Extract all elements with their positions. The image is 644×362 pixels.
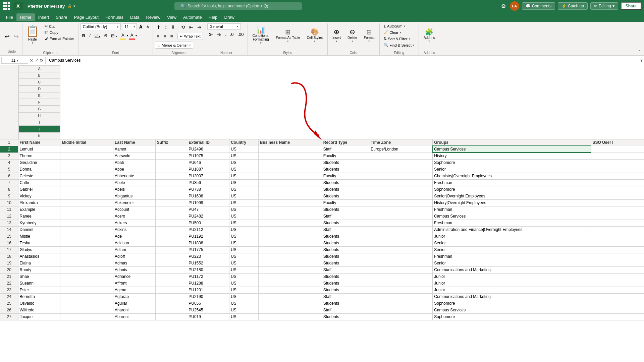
cell-26-7[interactable]: Staff xyxy=(322,307,369,313)
cell-6-5[interactable]: US xyxy=(229,173,259,179)
cell-3-3[interactable] xyxy=(155,153,187,159)
font-shrink-button[interactable]: A xyxy=(145,24,151,29)
cell-3-4[interactable]: PU1975 xyxy=(187,153,229,159)
paste-button[interactable]: 📋 Paste ▾ xyxy=(24,23,41,46)
cell-9-6[interactable] xyxy=(258,193,322,199)
cell-5-4[interactable]: PU1887 xyxy=(187,166,229,173)
cell-4-1[interactable] xyxy=(60,159,113,166)
cell-14-9[interactable]: Administration and Finance|Overnight Emp… xyxy=(433,226,591,233)
delete-cells-button[interactable]: ⊖ Delete ▾ xyxy=(345,23,360,47)
cell-27-7[interactable]: Students xyxy=(322,313,369,320)
formula-expand-button[interactable]: ▾ xyxy=(640,58,643,63)
menu-automate[interactable]: Automate xyxy=(180,13,205,21)
wrap-text-button[interactable]: ↵ Wrap Text xyxy=(177,33,203,40)
cell-1-6[interactable]: Business Name xyxy=(258,139,322,146)
cell-26-10[interactable] xyxy=(591,307,644,313)
row-number-27[interactable]: 27 xyxy=(0,313,18,320)
cell-21-1[interactable] xyxy=(60,273,113,280)
row-number-1[interactable]: 1 xyxy=(0,139,18,146)
sort-filter-button[interactable]: ⇅ Sort & Filter ▾ xyxy=(382,36,413,42)
cell-23-1[interactable] xyxy=(60,287,113,293)
cell-12-10[interactable] xyxy=(591,213,644,220)
col-header-E[interactable]: E xyxy=(18,92,60,99)
cell-7-3[interactable] xyxy=(155,179,187,186)
cell-23-7[interactable]: Students xyxy=(322,287,369,293)
redo-button[interactable]: ↪ xyxy=(12,32,20,42)
row-number-14[interactable]: 14 xyxy=(0,226,18,233)
cell-13-0[interactable]: Kymberly xyxy=(18,220,60,226)
col-header-G[interactable]: G xyxy=(18,106,60,112)
cell-7-7[interactable]: Students xyxy=(322,179,369,186)
find-select-button[interactable]: 🔍 Find & Select ▾ xyxy=(382,42,417,48)
row-number-13[interactable]: 13 xyxy=(0,220,18,226)
cell-1-4[interactable]: External ID xyxy=(187,139,229,146)
cell-2-3[interactable] xyxy=(155,146,187,153)
cell-12-1[interactable] xyxy=(60,213,113,220)
cell-19-1[interactable] xyxy=(60,260,113,266)
cell-9-2[interactable]: Abigantus xyxy=(113,193,155,199)
cell-19-3[interactable] xyxy=(155,260,187,266)
cell-3-7[interactable]: Faculty xyxy=(322,153,369,159)
cell-23-4[interactable]: PU1201 xyxy=(187,287,229,293)
cell-1-7[interactable]: Record Type xyxy=(322,139,369,146)
cell-18-0[interactable]: Anastasios xyxy=(18,253,60,260)
menu-file[interactable]: File xyxy=(3,13,16,21)
cell-5-9[interactable]: Senior xyxy=(433,166,591,173)
row-number-4[interactable]: 4 xyxy=(0,159,18,166)
cell-6-6[interactable] xyxy=(258,173,322,179)
row-number-11[interactable]: 11 xyxy=(0,206,18,213)
cell-13-6[interactable] xyxy=(258,220,322,226)
menu-share[interactable]: Share xyxy=(52,13,71,21)
col-header-A[interactable]: A xyxy=(18,65,60,72)
col-header-J[interactable]: J xyxy=(18,126,60,132)
cell-19-2[interactable]: Admas xyxy=(113,260,155,266)
cell-14-1[interactable] xyxy=(60,226,113,233)
cell-10-9[interactable]: History|Overnight Employees xyxy=(433,199,591,206)
cell-7-2[interactable]: Abele xyxy=(113,179,155,186)
cell-21-7[interactable]: Students xyxy=(322,273,369,280)
cell-1-5[interactable]: Country xyxy=(229,139,259,146)
col-header-K[interactable]: K xyxy=(18,132,60,139)
cell-23-10[interactable] xyxy=(591,287,644,293)
cell-14-3[interactable] xyxy=(155,226,187,233)
cell-25-3[interactable] xyxy=(155,300,187,307)
settings-button[interactable]: ⚙ xyxy=(500,2,507,11)
cell-13-10[interactable] xyxy=(591,220,644,226)
cell-27-9[interactable]: Sophomore xyxy=(433,313,591,320)
cell-8-3[interactable] xyxy=(155,186,187,193)
cell-7-0[interactable]: Cathi xyxy=(18,179,60,186)
cell-21-8[interactable] xyxy=(369,273,433,280)
cell-23-8[interactable] xyxy=(369,287,433,293)
cell-25-8[interactable] xyxy=(369,300,433,307)
cell-21-10[interactable] xyxy=(591,273,644,280)
cell-9-1[interactable] xyxy=(60,193,113,199)
editing-button[interactable]: ✏ Editing ▾ xyxy=(590,2,618,10)
cell-3-0[interactable]: Theron xyxy=(18,153,60,159)
font-color-button[interactable]: A xyxy=(129,32,135,40)
version-caret[interactable]: ▾ xyxy=(73,4,75,8)
cell-18-6[interactable] xyxy=(258,253,322,260)
cell-22-4[interactable]: PU1288 xyxy=(187,280,229,287)
cell-17-3[interactable] xyxy=(155,246,187,253)
cell-9-5[interactable]: US xyxy=(229,193,259,199)
cell-10-3[interactable] xyxy=(155,199,187,206)
cell-15-3[interactable] xyxy=(155,233,187,240)
insert-cells-button[interactable]: ⊕ Insert ▾ xyxy=(330,23,343,47)
row-number-9[interactable]: 9 xyxy=(0,193,18,199)
cell-24-6[interactable] xyxy=(258,293,322,300)
cell-24-8[interactable] xyxy=(369,293,433,300)
cell-20-8[interactable] xyxy=(369,266,433,273)
cell-27-4[interactable]: PU019 xyxy=(187,313,229,320)
cut-button[interactable]: ✂ Cut xyxy=(43,23,76,29)
cell-12-9[interactable]: Campus Services xyxy=(433,213,591,220)
cell-15-0[interactable]: Mistie xyxy=(18,233,60,240)
cell-1-9[interactable]: Groups xyxy=(433,139,591,146)
cell-8-4[interactable]: PU738 xyxy=(187,186,229,193)
row-number-5[interactable]: 5 xyxy=(0,166,18,173)
row-number-17[interactable]: 17 xyxy=(0,246,18,253)
cell-19-10[interactable] xyxy=(591,260,644,266)
cell-17-7[interactable]: Students xyxy=(322,246,369,253)
cell-24-0[interactable]: Bernetta xyxy=(18,293,60,300)
cell-1-8[interactable]: Time Zone xyxy=(369,139,433,146)
cell-4-10[interactable] xyxy=(591,159,644,166)
